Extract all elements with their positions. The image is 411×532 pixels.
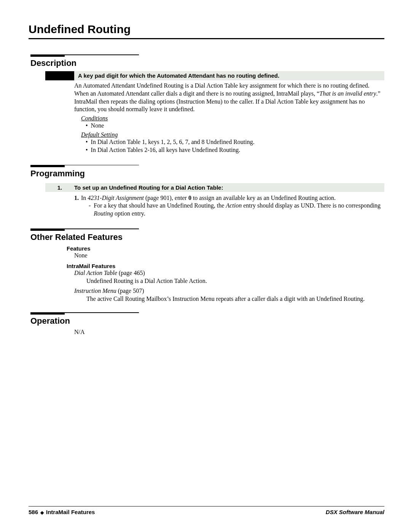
r2b: (page 507)	[116, 288, 144, 294]
description-summary-box: A key pad digit for which the Automated …	[45, 71, 384, 80]
s1c: (page 901), enter	[144, 195, 188, 201]
programming-step-box: 1. To set up an Undefined Routing for a …	[45, 183, 384, 192]
s1e: to assign an available key as an Undefin…	[191, 195, 336, 201]
programming-substep: 1. In 4231-Digit Assignment (page 901), …	[74, 194, 384, 202]
summary-text: A key pad digit for which the Automated …	[74, 71, 384, 80]
conditions-bullet: •None	[86, 122, 384, 130]
default-item-1: In Dial Action Table 1, keys 1, 2, 5, 6,…	[91, 138, 255, 146]
operation-body: N/A	[74, 328, 384, 336]
summary-black-block	[45, 71, 74, 80]
default-item-2: In Dial Action Tables 2-16, all keys hav…	[91, 146, 241, 154]
intramail-features-label: IntraMail Features	[67, 263, 384, 269]
section-heading-related: Other Related Features	[30, 232, 384, 242]
r2a: Instruction Menu	[74, 288, 116, 294]
prog-step-number: 1.	[45, 183, 74, 192]
sub1a: For a key that should have an Undefined …	[94, 202, 226, 209]
footer-right: DSX Software Manual	[326, 509, 384, 515]
s1d: 0	[188, 195, 191, 201]
conditions-label: Conditions	[81, 115, 384, 122]
related-item-1-desc: Undefined Routing is a Dial Action Table…	[86, 277, 384, 285]
programming-subdash: - For a key that should have an Undefine…	[89, 202, 384, 218]
related-item-2-desc: The active Call Routing Mailbox’s Instru…	[86, 295, 384, 303]
features-label: Features	[67, 245, 384, 252]
title-rule	[29, 38, 384, 39]
section-rule	[30, 312, 384, 315]
section-rule	[30, 165, 384, 167]
related-item-2: Instruction Menu (page 507)	[74, 287, 384, 295]
page-title: Undefined Routing	[29, 23, 384, 36]
default-bullet-2: •In Dial Action Tables 2-16, all keys ha…	[86, 146, 384, 154]
sub1e: option entry.	[113, 210, 145, 217]
sub1b: Action	[226, 202, 242, 209]
s1a: In	[81, 195, 88, 201]
sub1d: Routing	[94, 210, 113, 217]
section-heading-programming: Programming	[30, 169, 384, 179]
section-heading-operation: Operation	[30, 316, 384, 326]
prog-step-title: To set up an Undefined Routing for a Dia…	[74, 183, 384, 192]
page-number: 586	[29, 509, 38, 515]
desc-text-italic: That is an invalid entry	[319, 90, 376, 97]
default-setting-label: Default Setting	[81, 131, 384, 138]
section-rule	[30, 54, 384, 57]
r1b: (page 465)	[117, 270, 145, 276]
diamond-icon: ◆	[40, 510, 44, 515]
footer-left: 586◆IntraMail Features	[29, 509, 95, 515]
footer-section: IntraMail Features	[46, 509, 95, 515]
features-body: None	[74, 252, 384, 260]
s1b: 4231-Digit Assignment	[88, 195, 144, 201]
related-item-1: Dial Action Table (page 465)	[74, 269, 384, 277]
r1a: Dial Action Table	[74, 270, 117, 276]
default-bullet-1: •In Dial Action Table 1, keys 1, 2, 5, 6…	[86, 138, 384, 146]
page-footer: 586◆IntraMail Features DSX Software Manu…	[29, 506, 384, 515]
section-rule	[30, 228, 384, 231]
substep-number: 1.	[74, 194, 79, 202]
description-body: An Automated Attendant Undefined Routing…	[74, 82, 384, 113]
conditions-item: None	[91, 122, 104, 130]
sub1c: entry should display as UND. There is no…	[242, 202, 381, 209]
section-heading-description: Description	[30, 58, 384, 68]
